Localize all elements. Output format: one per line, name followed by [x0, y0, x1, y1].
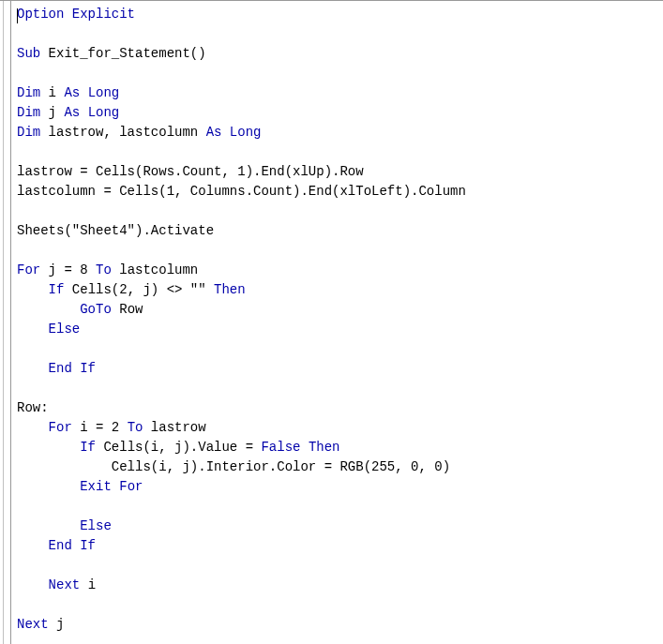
text-token: i = 2: [80, 420, 127, 435]
keyword-token: Exit For: [80, 479, 143, 494]
code-line[interactable]: End If: [17, 536, 657, 556]
keyword-token: As Long: [206, 125, 262, 140]
text-token: Cells(i, j).Interior.Color = RGB(255, 0,…: [17, 459, 450, 474]
code-line[interactable]: [17, 64, 657, 83]
text-token: lastrow = Cells(Rows.Count, 1).End(xlUp)…: [17, 164, 364, 179]
text-token: lastcolumn = Cells(1, Columns.Count).End…: [17, 184, 466, 199]
code-line[interactable]: Sub Exit_for_Statement(): [17, 44, 657, 64]
code-line[interactable]: [17, 24, 657, 44]
code-line[interactable]: [17, 241, 657, 261]
code-line[interactable]: [17, 339, 657, 359]
code-line[interactable]: Else: [17, 517, 657, 536]
text-token: Exit_for_Statement(): [49, 46, 206, 61]
text-token: j: [56, 617, 64, 632]
code-line[interactable]: Next i: [17, 576, 657, 595]
keyword-token: If: [80, 440, 103, 455]
text-token: lastrow, lastcolumn: [49, 125, 206, 140]
keyword-token: If: [49, 282, 72, 297]
code-line[interactable]: If Cells(i, j).Value = False Then: [17, 438, 657, 457]
text-token: [17, 322, 49, 337]
text-token: [17, 282, 49, 297]
code-area[interactable]: Option Explicit Sub Exit_for_Statement()…: [11, 1, 663, 644]
text-token: [17, 302, 80, 317]
code-line[interactable]: Dim j As Long: [17, 103, 657, 123]
code-line[interactable]: [17, 202, 657, 221]
text-token: lastcolumn: [119, 262, 198, 277]
code-line[interactable]: For i = 2 To lastrow: [17, 418, 657, 438]
keyword-token: Next: [49, 577, 88, 592]
keyword-token: Else: [80, 518, 112, 533]
editor-gutter: [0, 1, 11, 644]
text-token: Sheets("Sheet4").Activate: [17, 223, 214, 238]
keyword-token: As Long: [64, 105, 119, 120]
code-line[interactable]: GoTo Row: [17, 300, 657, 320]
text-token: Cells(2, j) <> "": [72, 282, 214, 297]
text-token: i: [49, 85, 65, 100]
keyword-token: False Then: [261, 440, 339, 455]
text-token: Row: [119, 302, 143, 317]
code-line[interactable]: Dim i As Long: [17, 83, 657, 103]
code-line[interactable]: [17, 497, 657, 517]
text-token: lastrow: [151, 420, 206, 435]
keyword-token: Sub: [17, 46, 49, 61]
code-line[interactable]: Dim lastrow, lastcolumn As Long: [17, 123, 657, 142]
text-token: j = 8: [49, 262, 96, 277]
keyword-token: Else: [49, 322, 81, 337]
text-token: [17, 440, 80, 455]
code-line[interactable]: End If: [17, 359, 657, 379]
keyword-token: GoTo: [80, 302, 119, 317]
text-token: Row:: [17, 400, 49, 415]
keyword-token: Dim: [17, 125, 49, 140]
code-line[interactable]: Exit For: [17, 477, 657, 497]
text-token: [17, 538, 49, 553]
code-line[interactable]: [17, 635, 657, 644]
code-line[interactable]: [17, 142, 657, 162]
code-line[interactable]: If Cells(2, j) <> "" Then: [17, 280, 657, 300]
keyword-token: Then: [214, 282, 246, 297]
text-token: j: [49, 105, 65, 120]
margin-indicator: [3, 1, 4, 644]
keyword-token: Option Explicit: [17, 7, 135, 22]
keyword-token: Dim: [17, 85, 49, 100]
text-token: [17, 518, 80, 533]
code-line[interactable]: Cells(i, j).Interior.Color = RGB(255, 0,…: [17, 457, 657, 477]
keyword-token: As Long: [64, 85, 119, 100]
text-token: i: [88, 577, 96, 592]
keyword-token: For: [49, 420, 81, 435]
keyword-token: Dim: [17, 105, 49, 120]
code-line[interactable]: For j = 8 To lastcolumn: [17, 261, 657, 280]
text-token: [17, 420, 49, 435]
code-line[interactable]: [17, 595, 657, 615]
code-line[interactable]: Sheets("Sheet4").Activate: [17, 221, 657, 241]
keyword-token: End If: [49, 361, 96, 376]
code-line[interactable]: [17, 379, 657, 398]
keyword-token: End If: [49, 538, 96, 553]
code-line[interactable]: [17, 556, 657, 576]
code-line[interactable]: Next j: [17, 615, 657, 635]
code-line[interactable]: Option Explicit: [17, 5, 657, 24]
text-token: [17, 361, 49, 376]
code-line[interactable]: lastrow = Cells(Rows.Count, 1).End(xlUp)…: [17, 162, 657, 182]
text-token: [17, 479, 80, 494]
keyword-token: To: [128, 420, 151, 435]
keyword-token: To: [96, 262, 119, 277]
code-line[interactable]: Row:: [17, 398, 657, 418]
code-line[interactable]: lastcolumn = Cells(1, Columns.Count).End…: [17, 182, 657, 202]
keyword-token: Next: [17, 617, 56, 632]
text-token: [17, 577, 49, 592]
text-token: Cells(i, j).Value =: [103, 440, 261, 455]
keyword-token: For: [17, 262, 49, 277]
code-line[interactable]: Else: [17, 320, 657, 339]
vba-editor: Option Explicit Sub Exit_for_Statement()…: [0, 0, 663, 644]
